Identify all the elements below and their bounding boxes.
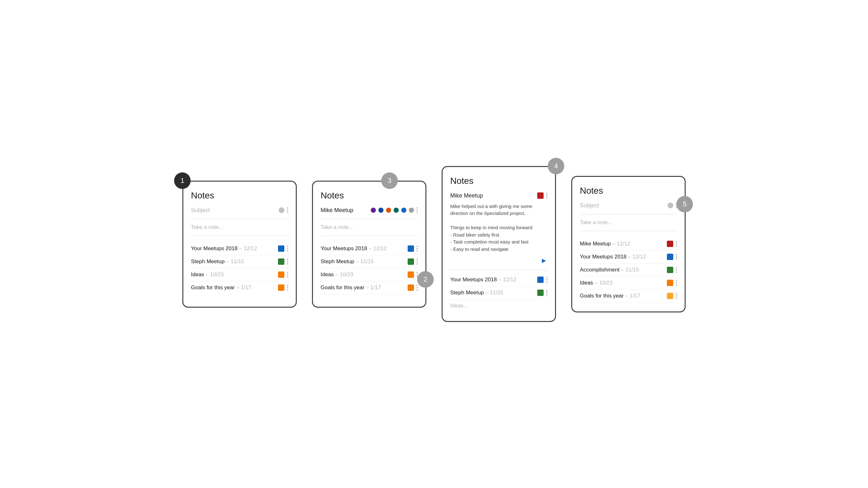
item-right	[537, 276, 548, 283]
flag-red	[667, 241, 673, 247]
item-label: Ideas – 10/23	[580, 280, 667, 286]
item-dots[interactable]	[287, 285, 288, 291]
list-item[interactable]: Ideas – 10/23	[320, 268, 418, 281]
flag-blue	[667, 254, 673, 260]
card-4-input-icons	[668, 202, 677, 208]
flag-green	[537, 290, 544, 296]
card-1-take-note: Take a note...	[191, 224, 288, 236]
three-dots-1[interactable]	[287, 207, 288, 213]
list-item[interactable]: Accomplishment – 11/15	[580, 263, 677, 276]
active-note-header: Mike Meetup	[450, 192, 548, 199]
list-item[interactable]: Steph Meetup – 11/15	[191, 255, 288, 268]
list-item[interactable]: Goals for this year – 1/17	[580, 290, 677, 302]
item-right	[537, 290, 548, 296]
item-dots[interactable]	[416, 259, 418, 264]
item-right	[408, 285, 418, 291]
list-item[interactable]: Goals for this year – 1/17	[191, 281, 288, 294]
card-4-subject-area: Subject	[580, 202, 677, 214]
color-dot-gray-1	[279, 207, 284, 213]
item-right	[667, 280, 677, 286]
item-right	[278, 258, 288, 265]
card-2-subject-label: Mike Meetup	[320, 207, 353, 214]
item-right	[408, 271, 418, 278]
item-dots[interactable]	[546, 277, 548, 283]
flag-orange	[278, 285, 284, 291]
item-label: Your Meetups 2018 – 12/12	[450, 276, 537, 283]
note-card-2: Notes Mike Meetup	[312, 181, 426, 308]
item-dots[interactable]	[676, 293, 677, 299]
list-item[interactable]: Ideas – 10/23	[580, 276, 677, 290]
active-note-container[interactable]: Mike Meetup Mike helped out a with givin…	[450, 192, 548, 270]
item-label: Accomplishment – 11/15	[580, 267, 667, 273]
color-dots-row	[371, 208, 414, 213]
item-dots[interactable]	[287, 246, 288, 252]
send-button[interactable]: ►	[450, 257, 548, 265]
item-dots[interactable]	[676, 241, 677, 247]
step-badge-4: 4	[548, 158, 564, 174]
card-2-input-icons	[371, 207, 418, 213]
item-label: Mike Meetup – 12/12	[580, 241, 667, 247]
list-item[interactable]: Ideas – 10/23	[191, 268, 288, 281]
item-label: Goals for this year – 1/17	[580, 293, 667, 299]
card-wrapper-2: 3 Notes Mike Meetup	[312, 181, 426, 308]
list-item[interactable]: Steph Meetup – 11/15	[450, 286, 548, 299]
item-right	[667, 267, 677, 273]
item-label: Your Meetups 2018 – 12/12	[580, 254, 667, 260]
list-item[interactable]: Your Meetups 2018 – 12/12	[450, 273, 548, 286]
item-right	[667, 241, 677, 247]
card-1-subject-label: Subject	[191, 207, 210, 214]
step-badge-3: 3	[381, 172, 398, 189]
expanded-note-text: Mike helped out a with giving me some di…	[450, 203, 548, 253]
flag-blue	[278, 246, 284, 252]
card-1-input-icons	[279, 207, 288, 213]
cdot-darkblue	[378, 208, 383, 213]
card-2-three-dots[interactable]	[416, 207, 418, 213]
card-2-subject-area: Mike Meetup	[320, 207, 418, 219]
card-wrapper-3: 4 Notes Mike Meetup Mike helped out a wi…	[442, 166, 556, 322]
flag-green	[408, 258, 414, 265]
item-label: Ideas – 10/23	[191, 271, 278, 278]
item-dots[interactable]	[676, 280, 677, 286]
item-right	[667, 293, 677, 299]
flag-green	[667, 267, 673, 273]
step-badge-5: 5	[676, 196, 693, 213]
item-right	[667, 254, 677, 260]
flag-orange	[408, 271, 414, 278]
item-label: Your Meetups 2018 – 12/12	[320, 246, 408, 252]
card-4-subject-label: Subject	[580, 202, 599, 209]
item-label: Steph Meetup – 11/15	[320, 258, 408, 265]
item-dots[interactable]	[676, 267, 677, 273]
note-card-4: Notes Subject Take a note... Mike Meetup…	[571, 176, 686, 313]
list-item[interactable]: Steph Meetup – 11/15	[320, 255, 418, 268]
page-container: 1 Notes Subject Take a note... Your Meet…	[0, 0, 868, 488]
list-item[interactable]: Mike Meetup – 12/12	[580, 237, 677, 251]
flag-blue	[408, 246, 414, 252]
card-4-title: Notes	[580, 186, 677, 196]
item-dots[interactable]	[416, 285, 418, 291]
active-note-dots[interactable]	[546, 193, 548, 198]
item-dots[interactable]	[416, 246, 418, 252]
item-dots[interactable]	[546, 290, 548, 296]
flag-orange	[408, 285, 414, 291]
list-item[interactable]: Your Meetups 2018 – 12/12	[320, 242, 418, 255]
list-item[interactable]: Your Meetups 2018 – 12/12	[191, 242, 288, 255]
item-right	[408, 246, 418, 252]
list-item[interactable]: Goals for this year – 1/17	[320, 281, 418, 294]
item-label: Goals for this year – 1/17	[320, 285, 408, 291]
list-item[interactable]: Your Meetups 2018 – 12/12	[580, 251, 677, 263]
item-dots[interactable]	[287, 259, 288, 264]
card-2-title: Notes	[320, 191, 418, 201]
card-wrapper-4: Notes Subject Take a note... Mike Meetup…	[571, 176, 686, 313]
step-badge-2: 2	[417, 271, 434, 288]
card-4-take-note: Take a note...	[580, 219, 677, 231]
color-dot-gray-4	[668, 202, 673, 208]
more-items-hint: Ideas...	[450, 299, 548, 312]
item-label: Steph Meetup – 11/15	[450, 290, 537, 296]
active-note-controls	[537, 192, 548, 199]
item-dots[interactable]	[676, 254, 677, 260]
flag-blue	[537, 276, 544, 283]
flag-yellow	[667, 293, 673, 299]
item-dots[interactable]	[287, 272, 288, 278]
step-badge-1: 1	[174, 172, 191, 189]
item-label: Your Meetups 2018 – 12/12	[191, 246, 278, 252]
